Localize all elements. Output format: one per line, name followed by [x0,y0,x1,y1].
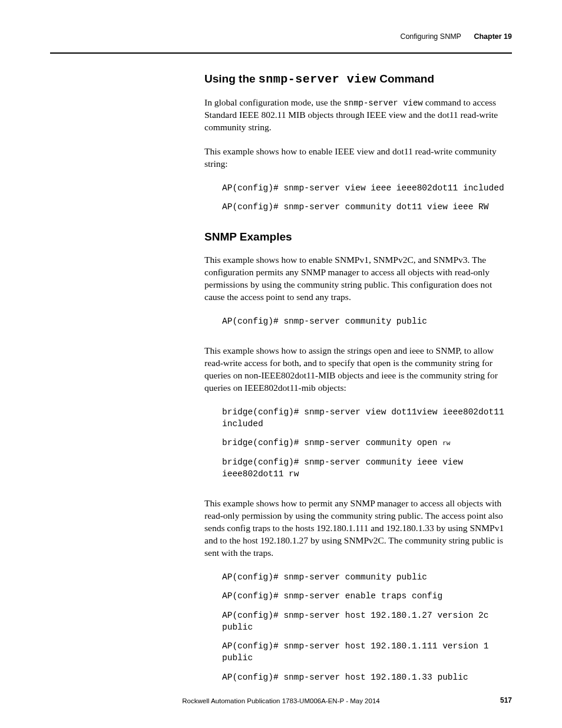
footer: Rockwell Automation Publication 1783-UM0… [50,697,512,704]
page-number: 517 [500,696,512,704]
code-block-9: AP(config)# snmp-server host 192.180.1.2… [222,610,512,634]
p1-inline-code: snmp-server view [343,98,422,108]
heading-text-post: Command [376,73,434,85]
running-header: Configuring SNMP Chapter 19 [50,32,512,41]
code-block-3: AP(config)# snmp-server community public [222,315,512,327]
section1-p1: In global configuration mode, use the sn… [204,97,512,134]
code-block-6: bridge(config)# snmp-server community ie… [222,456,512,480]
section2-heading: SNMP Examples [204,230,512,243]
code-block-1: AP(config)# snmp-server view ieee ieee80… [222,182,512,194]
footer-publication: Rockwell Automation Publication 1783-UM0… [182,697,379,704]
code-block-11: AP(config)# snmp-server host 192.180.1.3… [222,671,512,683]
code-block-8: AP(config)# snmp-server enable traps con… [222,590,512,602]
header-topic: Configuring SNMP [400,32,461,41]
section1-heading: Using the snmp-server view Command [204,73,512,86]
page-container: Configuring SNMP Chapter 19 Using the sn… [0,0,562,728]
code5-a: bridge(config)# snmp-server community op… [222,438,442,447]
code-block-7: AP(config)# snmp-server community public [222,571,512,583]
p1-text-a: In global configuration mode, use the [204,97,343,107]
header-chapter: Chapter 19 [474,32,512,41]
code-block-4: bridge(config)# snmp-server view dot11vi… [222,406,512,430]
section1-p2: This example shows how to enable IEEE vi… [204,146,512,170]
heading-text-pre: Using the [204,73,259,85]
section2-p1: This example shows how to enable SNMPv1,… [204,254,512,304]
section2-p3: This example shows how to permit any SNM… [204,498,512,559]
code-block-5: bridge(config)# snmp-server community op… [222,437,512,449]
code-block-10: AP(config)# snmp-server host 192.180.1.1… [222,640,512,664]
code5-b: rw [442,440,450,447]
code-block-2: AP(config)# snmp-server community dot11 … [222,201,512,213]
heading-code: snmp-server view [259,73,376,86]
main-content: Using the snmp-server view Command In gl… [204,54,512,683]
section2-p2: This example shows how to assign the str… [204,345,512,394]
